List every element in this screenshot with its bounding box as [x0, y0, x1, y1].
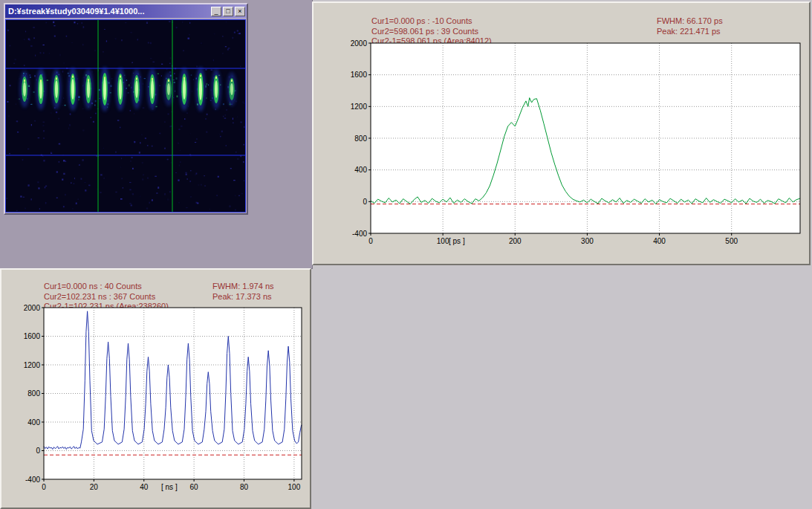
minimize-button[interactable]: _ [211, 7, 221, 16]
x-tick-label: 80 [240, 483, 249, 491]
y-tick-label: 2000 [24, 304, 41, 312]
y-tick-label: 2000 [351, 39, 368, 48]
streak-pulse-hotspot [152, 78, 153, 80]
y-tick-label: 0 [363, 198, 367, 206]
streak-pulse-hotspot [136, 78, 137, 80]
y-tick-label: 1200 [351, 103, 368, 111]
streak-image-svg [6, 20, 245, 212]
streak-background [6, 20, 245, 212]
x-axis-unit-label: [ ns ] [161, 483, 178, 491]
close-button[interactable]: × [235, 7, 245, 16]
y-tick-label: -400 [25, 476, 40, 484]
y-tick-label: 0 [36, 447, 40, 455]
x-axis-unit-label: [ ps ] [449, 237, 465, 245]
streak-window-title: D:¥streak¥study030409¥1.4¥1000... [8, 7, 211, 16]
x-tick-label: 0 [42, 483, 46, 491]
streak-pulse-hotspot [24, 80, 25, 82]
streak-pulse-core [39, 80, 42, 99]
y-tick-label: 1600 [351, 71, 368, 79]
streak-pulse-hotspot [183, 77, 185, 80]
streak-pulse-core [103, 78, 106, 100]
streak-pulse-core [55, 80, 58, 98]
streak-pulse-core [199, 78, 202, 100]
streak-pulse-hotspot [104, 77, 105, 79]
streak-pulse-core [87, 80, 90, 98]
ps-profile-panel: Cur1=0.000 ps : -10 Counts Cur2=598.061 … [312, 1, 811, 265]
y-tick-label: -400 [352, 230, 367, 238]
streak-image-canvas[interactable] [5, 19, 246, 213]
streak-pulse-hotspot [72, 76, 74, 78]
x-tick-label: 0 [368, 237, 373, 245]
ps-profile-chart[interactable]: 2000160012008004000-4000100200300400500[… [314, 3, 809, 264]
ns-profile-panel: Cur1=0.000 ns : 40 Counts Cur2=102.231 n… [0, 268, 311, 509]
streak-pulse-core [183, 79, 186, 100]
x-tick-label: 500 [725, 237, 738, 245]
streak-image-window: D:¥streak¥study030409¥1.4¥1000... _ □ × [4, 3, 248, 215]
y-tick-label: 800 [354, 134, 367, 143]
streak-window-titlebar[interactable]: D:¥streak¥study030409¥1.4¥1000... _ □ × [5, 4, 247, 18]
y-tick-label: 400 [27, 418, 40, 427]
y-tick-label: 1200 [24, 361, 41, 369]
streak-pulse-core [135, 80, 138, 98]
window-controls: _ □ × [211, 7, 245, 16]
streak-pulse-hotspot [231, 80, 233, 82]
app-root: D:¥streak¥study030409¥1.4¥1000... _ □ × … [0, 0, 812, 509]
streak-pulse-hotspot [88, 79, 89, 81]
x-tick-label: 100 [437, 237, 449, 245]
y-tick-label: 1600 [24, 332, 41, 340]
x-tick-label: 100 [288, 483, 301, 491]
streak-pulse-core [119, 79, 122, 100]
streak-pulse-core [23, 82, 26, 97]
streak-pulse-core [167, 83, 170, 95]
streak-pulse-core [71, 79, 74, 100]
x-tick-label: 20 [90, 483, 99, 491]
maximize-button[interactable]: □ [223, 7, 233, 16]
streak-pulse-core [215, 80, 218, 98]
y-tick-label: 400 [354, 166, 367, 174]
streak-pulse-hotspot [40, 80, 42, 82]
x-tick-label: 60 [190, 483, 199, 491]
streak-pulse-core [230, 83, 233, 95]
ns-profile-chart[interactable]: 2000160012008004000-400020406080100[ ns … [1, 270, 310, 508]
streak-pulse-hotspot [168, 80, 169, 82]
streak-pulse-hotspot [215, 77, 217, 79]
x-tick-label: 400 [653, 237, 666, 245]
streak-pulse-hotspot [200, 75, 201, 77]
streak-pulse-core [151, 80, 154, 99]
x-tick-label: 300 [581, 237, 594, 245]
x-tick-label: 40 [140, 483, 149, 491]
streak-pulse-hotspot [120, 76, 121, 78]
streak-pulse-hotspot [56, 77, 57, 80]
x-tick-label: 200 [509, 237, 522, 245]
y-tick-label: 800 [27, 389, 40, 398]
